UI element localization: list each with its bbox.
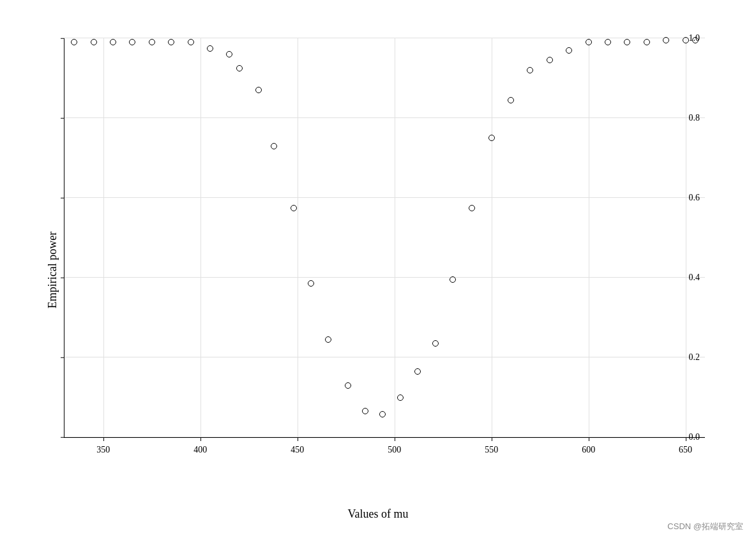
data-point: [663, 37, 669, 43]
data-point: [527, 67, 533, 73]
data-point: [488, 135, 495, 141]
chart-area: 0.00.20.40.60.81.0350400450500550600650: [64, 38, 705, 438]
data-point: [397, 394, 404, 401]
data-point: [432, 340, 439, 347]
data-point: [325, 336, 331, 343]
data-point: [508, 97, 514, 103]
chart-container: Empirical power Values of mu 0.00.20.40.…: [0, 0, 756, 540]
x-axis-label: Values of mu: [348, 507, 409, 521]
data-point: [188, 39, 194, 45]
data-point: [91, 39, 97, 45]
data-point: [345, 382, 351, 389]
data-point: [469, 205, 475, 211]
data-point: [362, 408, 368, 414]
data-point: [291, 205, 297, 211]
data-point: [566, 47, 572, 54]
data-point: [586, 39, 592, 45]
data-point: [207, 45, 213, 52]
data-point: [414, 368, 421, 375]
data-point: [271, 143, 277, 149]
data-point: [624, 39, 630, 45]
data-point: [605, 39, 611, 45]
data-point: [450, 276, 456, 283]
data-point: [692, 37, 699, 43]
watermark: CSDN @拓端研究室: [667, 521, 743, 532]
data-point: [236, 65, 243, 71]
data-point: [683, 37, 689, 43]
data-point: [129, 39, 135, 45]
data-point: [308, 280, 314, 287]
data-point: [255, 87, 262, 93]
data-point: [71, 39, 77, 45]
data-point: [547, 57, 553, 63]
data-point: [168, 39, 174, 45]
data-point: [149, 39, 155, 45]
y-axis-label: Empirical power: [46, 232, 59, 308]
data-point: [379, 411, 386, 417]
data-point: [110, 39, 116, 45]
data-point: [226, 51, 232, 57]
data-point: [644, 39, 650, 45]
